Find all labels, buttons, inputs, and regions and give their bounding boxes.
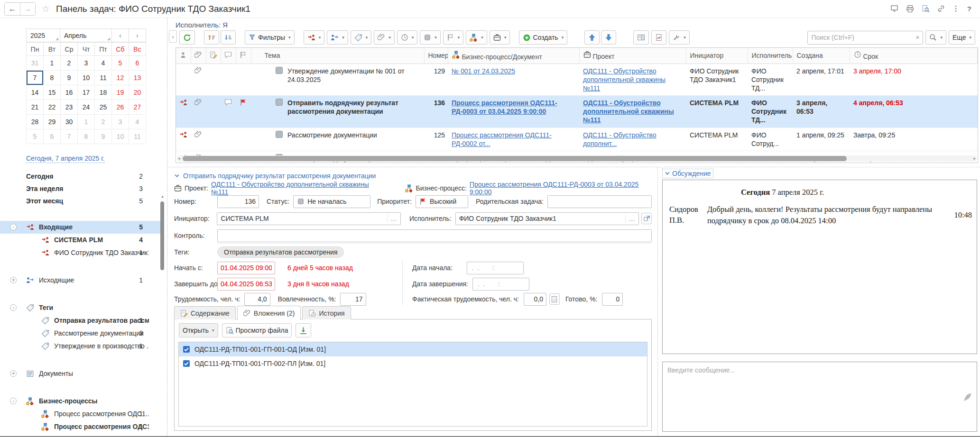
messages-box[interactable]: Сегодня 7 апреля 2025 г. Сидоров П.В.Доб… xyxy=(662,180,977,354)
calendar-day[interactable]: 24 xyxy=(78,100,95,115)
filters-button[interactable]: Фильтры▾ xyxy=(245,30,295,45)
start-date-field[interactable] xyxy=(217,262,275,274)
deadline-filter-button[interactable]: ▾ xyxy=(397,30,418,45)
sort-desc-button[interactable] xyxy=(221,30,236,45)
scroll-right-icon[interactable]: ▸ xyxy=(973,156,976,161)
message-input[interactable]: Введите сообщение... xyxy=(662,362,977,432)
due-date-field[interactable] xyxy=(217,278,275,291)
tag-chip[interactable]: Отправка результатов рассмотрения xyxy=(217,246,344,258)
tab-content[interactable]: Содержание xyxy=(174,306,236,319)
sidebar-scrollbar[interactable]: ▲ xyxy=(160,194,165,299)
col-number[interactable]: Номер xyxy=(424,48,448,64)
calendar-month-select[interactable]: Апрель xyxy=(60,28,112,42)
calendar-day[interactable]: 7 xyxy=(61,129,78,144)
attachment-item[interactable]: ОДС111-РД-ТП01-001-ГП-002-ПЛ [Изм. 01] xyxy=(179,356,647,371)
number-field[interactable] xyxy=(217,195,259,208)
executor-field[interactable]: ФИО Сотрудник ТДО Заказчик1 … xyxy=(455,212,639,225)
expand-icon[interactable]: + xyxy=(10,277,17,283)
calendar-day[interactable]: 10 xyxy=(112,129,129,144)
calendar-day[interactable]: 19 xyxy=(112,85,129,100)
table-row[interactable]: Утверждение документации № 001 от 24.03.… xyxy=(176,64,978,96)
create-button[interactable]: Создать▾ xyxy=(519,30,567,45)
open-attachment-button[interactable]: Открыть▾ xyxy=(179,323,218,337)
sidebar-item[interactable]: -Входящие5 xyxy=(0,221,161,234)
project-link[interactable]: ОДС111 - Обустройство дополнительной скв… xyxy=(583,67,666,92)
status-checkbox[interactable] xyxy=(276,131,283,138)
status-field[interactable]: Не началась xyxy=(293,195,370,208)
calendar-day[interactable]: 8 xyxy=(78,129,95,144)
calendar-day[interactable]: 5 xyxy=(112,56,129,71)
priority-field[interactable]: Высокий xyxy=(416,195,468,208)
executor-filter-label[interactable]: Исполнитель: Я xyxy=(176,21,980,29)
reading-pane-button[interactable] xyxy=(633,30,649,45)
calendar-day[interactable]: 29 xyxy=(44,115,61,129)
calendar-day[interactable]: 15 xyxy=(44,85,61,100)
calendar-day[interactable]: 21 xyxy=(27,100,44,115)
settings-button[interactable]: ▾ xyxy=(669,30,690,45)
forward-button[interactable]: → xyxy=(20,3,35,15)
calendar-day[interactable]: 9 xyxy=(61,71,78,85)
calendar-day[interactable]: 11 xyxy=(95,71,112,85)
download-button[interactable] xyxy=(296,323,311,337)
quick-filter-item[interactable]: Эта неделя3 xyxy=(0,183,161,195)
involvement-field[interactable] xyxy=(340,293,366,306)
actual-start-field[interactable] xyxy=(467,262,524,274)
ready-field[interactable] xyxy=(602,293,623,306)
col-flag-icon[interactable] xyxy=(236,48,251,64)
parent-task-field[interactable] xyxy=(547,195,652,208)
discussion-header[interactable]: Обсуждение xyxy=(662,169,713,178)
favorite-star-icon[interactable]: ☆ xyxy=(42,3,50,14)
sidebar-item[interactable]: Отправка результатов рассмо...1 xyxy=(0,314,161,327)
project-link[interactable]: ОДС111 - Обустройство дополнит... xyxy=(583,131,656,147)
sidebar-item[interactable]: Процесс рассмотрения ОДС11...1 xyxy=(0,420,161,433)
table-row[interactable]: Рассмотрение документации125Процесс расс… xyxy=(176,127,978,151)
sidebar-item[interactable]: -Теги xyxy=(0,301,161,314)
calendar-day[interactable]: 14 xyxy=(27,85,44,100)
calendar-prev-button[interactable]: ‹ xyxy=(112,28,129,42)
status-checkbox[interactable] xyxy=(276,99,283,106)
outgoing-filter-button[interactable]: ▾ xyxy=(327,30,348,45)
effort-field[interactable] xyxy=(244,293,270,306)
actual-end-field[interactable] xyxy=(472,278,529,291)
move-down-button[interactable] xyxy=(601,30,616,45)
calendar-day[interactable]: 13 xyxy=(129,71,146,85)
col-created[interactable]: Создана xyxy=(793,48,850,64)
fact-effort-field[interactable] xyxy=(524,293,546,306)
calendar-day[interactable]: 6 xyxy=(129,56,146,71)
scroll-left-icon[interactable]: ◂ xyxy=(178,156,180,161)
calendar-day[interactable]: 9 xyxy=(95,129,112,144)
move-up-button[interactable] xyxy=(584,30,600,45)
calendar-day[interactable]: 25 xyxy=(95,100,112,115)
search-field[interactable]: × xyxy=(807,31,923,45)
calendar-day[interactable]: 31 xyxy=(27,56,44,71)
collapse-form-icon[interactable] xyxy=(174,173,180,178)
calendar-day[interactable]: 16 xyxy=(61,85,78,100)
executor-open-button[interactable] xyxy=(641,213,652,224)
calendar-day[interactable]: 17 xyxy=(78,85,95,100)
calendar-day[interactable]: 5 xyxy=(27,129,44,144)
col-due[interactable]: Срок xyxy=(850,48,978,64)
sidebar-item[interactable]: -Бизнес-процессы xyxy=(0,395,161,408)
sidebar-item[interactable]: Утверждение в производство ...1 xyxy=(0,340,161,353)
attachment-item[interactable]: ОДС111-РД-ТП01-001-ГП-001-ОД [Изм. 01] xyxy=(179,342,647,356)
calendar-day[interactable]: 11 xyxy=(129,129,146,144)
bp-filter-button[interactable]: ▾ xyxy=(466,30,487,45)
initiator-select-icon[interactable]: … xyxy=(387,215,397,222)
attachments-filter-button[interactable]: ▾ xyxy=(374,30,395,45)
hscroll-thumb[interactable] xyxy=(183,156,847,161)
bp-link[interactable]: № 001 от 24.03.2025 xyxy=(452,67,515,75)
calendar-day[interactable]: 23 xyxy=(61,100,78,115)
calendar-day[interactable]: 3 xyxy=(112,115,129,129)
status-filter-button[interactable]: ▾ xyxy=(420,30,441,45)
status-checkbox[interactable] xyxy=(276,67,283,74)
sidebar-item[interactable]: Рассмотрение документации3 xyxy=(0,327,161,340)
back-button[interactable]: ← xyxy=(5,3,20,15)
calendar-day[interactable]: 22 xyxy=(44,100,61,115)
bp-link[interactable]: Процесс рассмотрения ОДС111-РД-0003 от 0… xyxy=(452,99,557,115)
executor-select-icon[interactable]: … xyxy=(625,215,635,222)
search-button[interactable]: ▾ xyxy=(925,30,946,45)
collapse-icon[interactable]: - xyxy=(10,304,17,311)
sidebar-item[interactable]: Процесс рассмотрения ОДС1...1 xyxy=(0,408,161,420)
calendar-day[interactable]: 18 xyxy=(95,85,112,100)
col-theme[interactable]: Тема xyxy=(251,48,424,64)
